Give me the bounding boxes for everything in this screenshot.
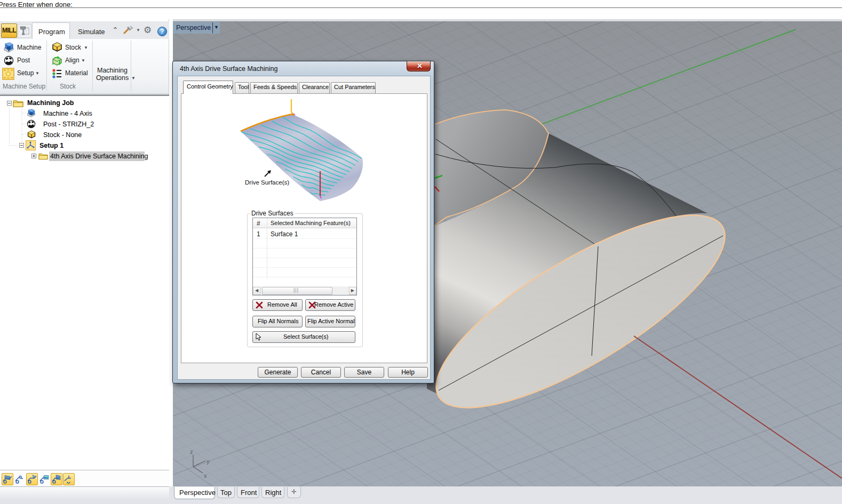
svg-text:z: z — [190, 449, 193, 455]
svg-text:x: x — [204, 473, 207, 479]
svg-text:y: y — [206, 458, 210, 465]
